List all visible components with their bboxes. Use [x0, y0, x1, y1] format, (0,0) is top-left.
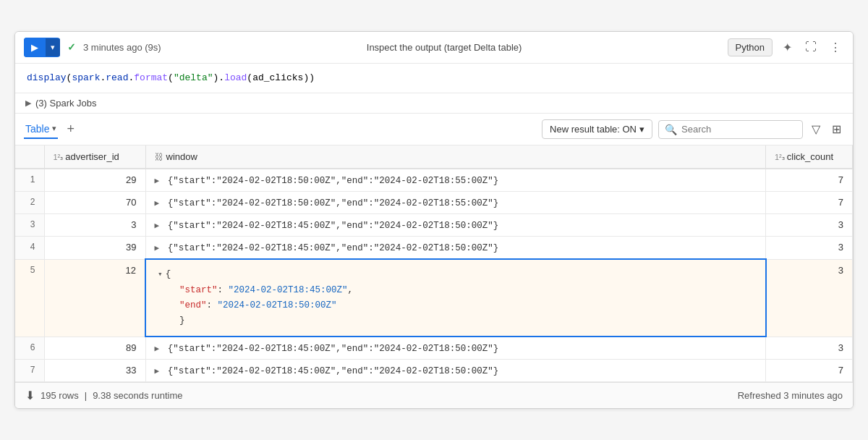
python-button[interactable]: Python: [728, 38, 773, 56]
add-view-button[interactable]: +: [64, 122, 77, 137]
cell-window[interactable]: ▶ {"start":"2024-02-02T18:45:00Z","end":…: [145, 237, 766, 260]
new-result-arrow: ▾: [639, 124, 644, 135]
download-icon[interactable]: ⬇: [25, 389, 35, 402]
cell-advertiser-id: 33: [44, 360, 145, 382]
row-num: 2: [15, 192, 44, 214]
cell-window[interactable]: ▶ {"start":"2024-02-02T18:45:00Z","end":…: [145, 214, 766, 237]
collapse-arrow-icon[interactable]: ▶: [155, 221, 160, 230]
code-line: display(spark.read.format("delta").load(…: [27, 71, 841, 86]
cell-advertiser-id: 12: [44, 259, 145, 337]
code-load-kw: load: [224, 72, 247, 83]
cell-click-count: 3: [766, 259, 853, 337]
table-footer: ⬇ 195 rows | 9.38 seconds runtime Refres…: [15, 382, 853, 408]
code-display-kw: display: [27, 72, 67, 83]
code-area: display(spark.read.format("delta").load(…: [15, 64, 853, 94]
json-expand-arrow[interactable]: ▾: [158, 270, 163, 279]
spark-jobs-arrow: ▶: [25, 98, 31, 108]
col-header-advertiser-id[interactable]: 1²₃ advertiser_id: [44, 145, 145, 169]
cell-title: Inspect the output (target Delta table): [367, 42, 522, 53]
run-button[interactable]: ▶ ▾: [24, 38, 60, 57]
footer-left: ⬇ 195 rows | 9.38 seconds runtime: [25, 389, 182, 402]
table-row: 1 29 ▶ {"start":"2024-02-02T18:50:00Z","…: [15, 169, 853, 192]
cell-advertiser-id: 89: [44, 337, 145, 360]
spark-jobs-label: (3) Spark Jobs: [35, 98, 97, 109]
json-expanded-view: ▾{ "start": "2024-02-02T18:45:00Z", "end…: [158, 267, 754, 329]
status-check-icon: ✓: [67, 41, 76, 53]
collapse-arrow-icon[interactable]: ▶: [155, 244, 160, 253]
table-row: 4 39 ▶ {"start":"2024-02-02T18:45:00Z","…: [15, 237, 853, 260]
cell-click-count: 7: [766, 169, 853, 192]
table-tab-label: Table: [25, 123, 49, 135]
table-row: 2 70 ▶ {"start":"2024-02-02T18:50:00Z","…: [15, 192, 853, 214]
new-result-label: New result table: ON: [550, 124, 637, 135]
cell-click-count: 3: [766, 237, 853, 260]
sparkle-button[interactable]: ✦: [780, 38, 795, 57]
menu-button[interactable]: ⋮: [827, 38, 844, 57]
cell-click-count: 3: [766, 337, 853, 360]
status-time-label: 3 minutes ago (9s): [83, 42, 161, 53]
table-tab[interactable]: Table ▾: [24, 120, 58, 139]
table-container: 1²₃ advertiser_id ⛓window 1²₃ click_coun…: [15, 145, 853, 382]
refresh-label: Refreshed 3 minutes ago: [738, 390, 843, 401]
expand-button[interactable]: ⛶: [802, 38, 820, 56]
col-header-click-count[interactable]: 1²₃ click_count: [766, 145, 853, 169]
play-icon[interactable]: ▶: [24, 38, 46, 57]
row-num: 5: [15, 259, 44, 337]
result-toolbar: Table ▾ + New result table: ON ▾ 🔍 ▽ ⊞: [15, 114, 853, 145]
cell-window[interactable]: ▶ {"start":"2024-02-02T18:50:00Z","end":…: [145, 192, 766, 214]
row-num: 4: [15, 237, 44, 260]
footer-separator: |: [85, 390, 87, 401]
table-header-row: 1²₃ advertiser_id ⛓window 1²₃ click_coun…: [15, 145, 853, 169]
notebook-cell: ▶ ▾ ✓ 3 minutes ago (9s) Inspect the out…: [14, 31, 854, 410]
filter-button[interactable]: ▽: [809, 119, 823, 139]
collapse-arrow-icon[interactable]: ▶: [155, 177, 160, 185]
search-input[interactable]: [681, 124, 796, 135]
cell-click-count: 7: [766, 192, 853, 214]
run-arrow-icon[interactable]: ▾: [46, 38, 60, 56]
table-tab-arrow: ▾: [52, 124, 56, 133]
columns-button[interactable]: ⊞: [829, 119, 844, 139]
collapse-arrow-icon[interactable]: ▶: [155, 367, 160, 376]
search-icon: 🔍: [665, 124, 677, 135]
table-row: 3 3 ▶ {"start":"2024-02-02T18:45:00Z","e…: [15, 214, 853, 237]
row-num: 3: [15, 214, 44, 237]
code-spark-kw: spark: [72, 72, 100, 83]
search-box: 🔍: [658, 120, 803, 139]
cell-advertiser-id: 70: [44, 192, 145, 214]
code-format-kw: format: [134, 72, 168, 83]
cell-window[interactable]: ▶ {"start":"2024-02-02T18:45:00Z","end":…: [145, 360, 766, 382]
cell-click-count: 7: [766, 360, 853, 382]
runtime-label: 9.38 seconds runtime: [93, 390, 182, 401]
row-num: 7: [15, 360, 44, 382]
collapse-arrow-icon[interactable]: ▶: [155, 199, 160, 208]
cell-toolbar: ▶ ▾ ✓ 3 minutes ago (9s) Inspect the out…: [15, 32, 853, 64]
col-header-window[interactable]: ⛓window: [145, 145, 766, 169]
code-var: ad_clicks: [252, 72, 303, 83]
table-row: 6 89 ▶ {"start":"2024-02-02T18:45:00Z","…: [15, 337, 853, 360]
col-header-rownum: [15, 145, 44, 169]
cell-advertiser-id: 29: [44, 169, 145, 192]
click-type-icon: 1²₃: [775, 153, 787, 162]
table-row: 7 33 ▶ {"start":"2024-02-02T18:45:00Z","…: [15, 360, 853, 382]
data-table: 1²₃ advertiser_id ⛓window 1²₃ click_coun…: [15, 145, 853, 382]
cell-advertiser-id: 3: [44, 214, 145, 237]
cell-window[interactable]: ▶ {"start":"2024-02-02T18:50:00Z","end":…: [145, 169, 766, 192]
spark-jobs-row[interactable]: ▶ (3) Spark Jobs: [15, 93, 853, 114]
cell-click-count: 3: [766, 214, 853, 237]
toolbar-right: Python ✦ ⛶ ⋮: [728, 38, 844, 57]
code-delta-str: "delta": [174, 72, 213, 83]
window-type-icon: ⛓: [155, 152, 163, 162]
toolbar-left: ▶ ▾ ✓ 3 minutes ago (9s): [24, 38, 161, 57]
table-row-expanded: 5 12 ▾{ "start": "2024-02-02T18:45:00Z",…: [15, 259, 853, 337]
row-num: 6: [15, 337, 44, 360]
cell-window-expanded[interactable]: ▾{ "start": "2024-02-02T18:45:00Z", "end…: [145, 259, 766, 337]
code-read-kw: read: [106, 72, 128, 83]
row-num: 1: [15, 169, 44, 192]
row-count-label: 195 rows: [41, 390, 79, 401]
advertiser-type-icon: 1²₃: [54, 153, 66, 162]
cell-advertiser-id: 39: [44, 237, 145, 260]
cell-window[interactable]: ▶ {"start":"2024-02-02T18:45:00Z","end":…: [145, 337, 766, 360]
collapse-arrow-icon[interactable]: ▶: [155, 344, 160, 353]
new-result-button[interactable]: New result table: ON ▾: [542, 119, 652, 139]
